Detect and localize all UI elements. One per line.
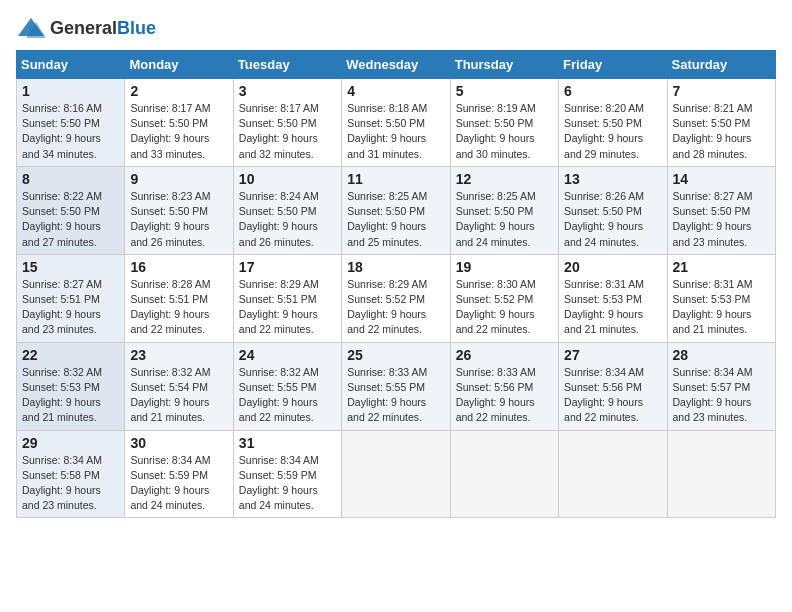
calendar-cell: 5 Sunrise: 8:19 AM Sunset: 5:50 PM Dayli…	[450, 79, 558, 167]
day-info: Sunrise: 8:34 AM Sunset: 5:58 PM Dayligh…	[22, 453, 119, 514]
day-number: 29	[22, 435, 119, 451]
day-info: Sunrise: 8:16 AM Sunset: 5:50 PM Dayligh…	[22, 101, 119, 162]
calendar-header-row: SundayMondayTuesdayWednesdayThursdayFrid…	[17, 51, 776, 79]
week-row-2: 8 Sunrise: 8:22 AM Sunset: 5:50 PM Dayli…	[17, 166, 776, 254]
calendar-cell: 7 Sunrise: 8:21 AM Sunset: 5:50 PM Dayli…	[667, 79, 775, 167]
day-info: Sunrise: 8:21 AM Sunset: 5:50 PM Dayligh…	[673, 101, 770, 162]
page-header: GeneralBlue	[16, 16, 776, 40]
calendar-cell: 2 Sunrise: 8:17 AM Sunset: 5:50 PM Dayli…	[125, 79, 233, 167]
day-info: Sunrise: 8:17 AM Sunset: 5:50 PM Dayligh…	[130, 101, 227, 162]
day-number: 13	[564, 171, 661, 187]
day-number: 1	[22, 83, 119, 99]
calendar-cell	[559, 430, 667, 518]
calendar-cell: 8 Sunrise: 8:22 AM Sunset: 5:50 PM Dayli…	[17, 166, 125, 254]
calendar-table: SundayMondayTuesdayWednesdayThursdayFrid…	[16, 50, 776, 518]
day-info: Sunrise: 8:29 AM Sunset: 5:52 PM Dayligh…	[347, 277, 444, 338]
day-number: 2	[130, 83, 227, 99]
day-number: 31	[239, 435, 336, 451]
day-info: Sunrise: 8:32 AM Sunset: 5:53 PM Dayligh…	[22, 365, 119, 426]
calendar-cell: 30 Sunrise: 8:34 AM Sunset: 5:59 PM Dayl…	[125, 430, 233, 518]
calendar-cell: 24 Sunrise: 8:32 AM Sunset: 5:55 PM Dayl…	[233, 342, 341, 430]
day-number: 12	[456, 171, 553, 187]
day-info: Sunrise: 8:19 AM Sunset: 5:50 PM Dayligh…	[456, 101, 553, 162]
calendar-cell: 29 Sunrise: 8:34 AM Sunset: 5:58 PM Dayl…	[17, 430, 125, 518]
day-number: 9	[130, 171, 227, 187]
calendar-cell: 18 Sunrise: 8:29 AM Sunset: 5:52 PM Dayl…	[342, 254, 450, 342]
week-row-3: 15 Sunrise: 8:27 AM Sunset: 5:51 PM Dayl…	[17, 254, 776, 342]
day-info: Sunrise: 8:31 AM Sunset: 5:53 PM Dayligh…	[673, 277, 770, 338]
calendar-cell: 10 Sunrise: 8:24 AM Sunset: 5:50 PM Dayl…	[233, 166, 341, 254]
day-number: 25	[347, 347, 444, 363]
calendar-cell	[450, 430, 558, 518]
day-info: Sunrise: 8:33 AM Sunset: 5:55 PM Dayligh…	[347, 365, 444, 426]
calendar-cell: 27 Sunrise: 8:34 AM Sunset: 5:56 PM Dayl…	[559, 342, 667, 430]
calendar-cell: 1 Sunrise: 8:16 AM Sunset: 5:50 PM Dayli…	[17, 79, 125, 167]
day-info: Sunrise: 8:22 AM Sunset: 5:50 PM Dayligh…	[22, 189, 119, 250]
day-number: 7	[673, 83, 770, 99]
day-info: Sunrise: 8:20 AM Sunset: 5:50 PM Dayligh…	[564, 101, 661, 162]
day-info: Sunrise: 8:25 AM Sunset: 5:50 PM Dayligh…	[347, 189, 444, 250]
calendar-cell: 6 Sunrise: 8:20 AM Sunset: 5:50 PM Dayli…	[559, 79, 667, 167]
day-number: 17	[239, 259, 336, 275]
day-number: 21	[673, 259, 770, 275]
calendar-cell: 22 Sunrise: 8:32 AM Sunset: 5:53 PM Dayl…	[17, 342, 125, 430]
day-number: 19	[456, 259, 553, 275]
weekday-saturday: Saturday	[667, 51, 775, 79]
day-info: Sunrise: 8:28 AM Sunset: 5:51 PM Dayligh…	[130, 277, 227, 338]
calendar-cell	[342, 430, 450, 518]
calendar-cell: 14 Sunrise: 8:27 AM Sunset: 5:50 PM Dayl…	[667, 166, 775, 254]
calendar-cell: 12 Sunrise: 8:25 AM Sunset: 5:50 PM Dayl…	[450, 166, 558, 254]
logo-general: General	[50, 18, 117, 38]
day-info: Sunrise: 8:34 AM Sunset: 5:59 PM Dayligh…	[239, 453, 336, 514]
week-row-1: 1 Sunrise: 8:16 AM Sunset: 5:50 PM Dayli…	[17, 79, 776, 167]
logo-icon	[16, 16, 46, 40]
day-number: 3	[239, 83, 336, 99]
day-number: 15	[22, 259, 119, 275]
calendar-cell: 16 Sunrise: 8:28 AM Sunset: 5:51 PM Dayl…	[125, 254, 233, 342]
day-info: Sunrise: 8:34 AM Sunset: 5:59 PM Dayligh…	[130, 453, 227, 514]
day-info: Sunrise: 8:26 AM Sunset: 5:50 PM Dayligh…	[564, 189, 661, 250]
day-info: Sunrise: 8:18 AM Sunset: 5:50 PM Dayligh…	[347, 101, 444, 162]
day-number: 6	[564, 83, 661, 99]
day-info: Sunrise: 8:32 AM Sunset: 5:55 PM Dayligh…	[239, 365, 336, 426]
calendar-cell: 4 Sunrise: 8:18 AM Sunset: 5:50 PM Dayli…	[342, 79, 450, 167]
day-info: Sunrise: 8:17 AM Sunset: 5:50 PM Dayligh…	[239, 101, 336, 162]
day-info: Sunrise: 8:23 AM Sunset: 5:50 PM Dayligh…	[130, 189, 227, 250]
day-number: 5	[456, 83, 553, 99]
calendar-cell	[667, 430, 775, 518]
calendar-cell: 31 Sunrise: 8:34 AM Sunset: 5:59 PM Dayl…	[233, 430, 341, 518]
day-info: Sunrise: 8:24 AM Sunset: 5:50 PM Dayligh…	[239, 189, 336, 250]
calendar-cell: 9 Sunrise: 8:23 AM Sunset: 5:50 PM Dayli…	[125, 166, 233, 254]
week-row-5: 29 Sunrise: 8:34 AM Sunset: 5:58 PM Dayl…	[17, 430, 776, 518]
day-number: 8	[22, 171, 119, 187]
day-info: Sunrise: 8:34 AM Sunset: 5:57 PM Dayligh…	[673, 365, 770, 426]
day-number: 26	[456, 347, 553, 363]
day-number: 11	[347, 171, 444, 187]
calendar-cell: 19 Sunrise: 8:30 AM Sunset: 5:52 PM Dayl…	[450, 254, 558, 342]
logo: GeneralBlue	[16, 16, 156, 40]
weekday-friday: Friday	[559, 51, 667, 79]
weekday-monday: Monday	[125, 51, 233, 79]
weekday-wednesday: Wednesday	[342, 51, 450, 79]
day-number: 28	[673, 347, 770, 363]
calendar-cell: 3 Sunrise: 8:17 AM Sunset: 5:50 PM Dayli…	[233, 79, 341, 167]
calendar-cell: 21 Sunrise: 8:31 AM Sunset: 5:53 PM Dayl…	[667, 254, 775, 342]
logo-blue: Blue	[117, 18, 156, 38]
calendar-cell: 13 Sunrise: 8:26 AM Sunset: 5:50 PM Dayl…	[559, 166, 667, 254]
day-number: 16	[130, 259, 227, 275]
day-number: 22	[22, 347, 119, 363]
day-info: Sunrise: 8:34 AM Sunset: 5:56 PM Dayligh…	[564, 365, 661, 426]
day-number: 27	[564, 347, 661, 363]
day-info: Sunrise: 8:27 AM Sunset: 5:51 PM Dayligh…	[22, 277, 119, 338]
weekday-tuesday: Tuesday	[233, 51, 341, 79]
calendar-cell: 11 Sunrise: 8:25 AM Sunset: 5:50 PM Dayl…	[342, 166, 450, 254]
calendar-cell: 25 Sunrise: 8:33 AM Sunset: 5:55 PM Dayl…	[342, 342, 450, 430]
day-info: Sunrise: 8:25 AM Sunset: 5:50 PM Dayligh…	[456, 189, 553, 250]
day-info: Sunrise: 8:33 AM Sunset: 5:56 PM Dayligh…	[456, 365, 553, 426]
calendar-cell: 28 Sunrise: 8:34 AM Sunset: 5:57 PM Dayl…	[667, 342, 775, 430]
day-number: 30	[130, 435, 227, 451]
day-number: 20	[564, 259, 661, 275]
calendar-cell: 15 Sunrise: 8:27 AM Sunset: 5:51 PM Dayl…	[17, 254, 125, 342]
day-info: Sunrise: 8:27 AM Sunset: 5:50 PM Dayligh…	[673, 189, 770, 250]
day-info: Sunrise: 8:30 AM Sunset: 5:52 PM Dayligh…	[456, 277, 553, 338]
